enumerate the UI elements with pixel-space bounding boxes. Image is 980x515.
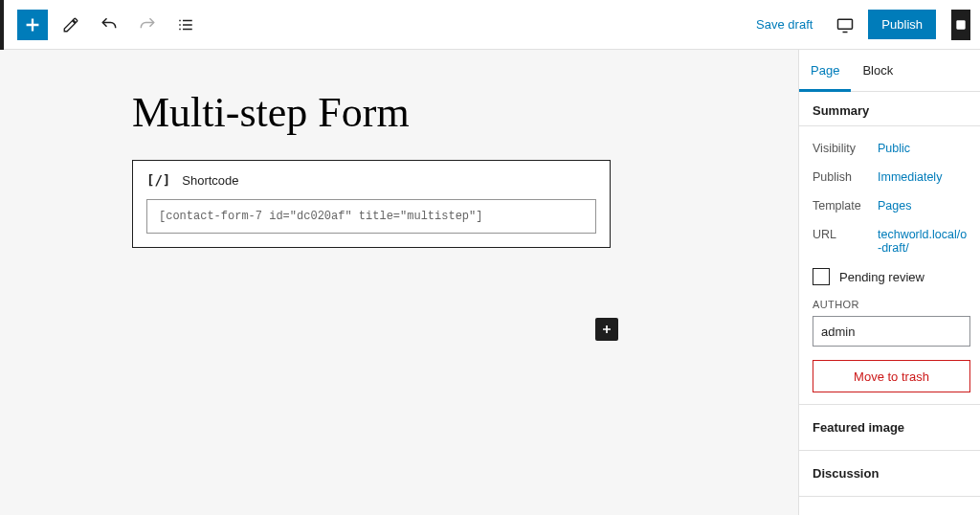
move-to-trash-button[interactable]: Move to trash [813, 360, 970, 392]
template-label: Template [813, 199, 870, 213]
pending-review-label: Pending review [839, 270, 924, 284]
url-row: URL techworld.local/o-draft/ [813, 228, 970, 255]
author-label: AUTHOR [813, 299, 970, 310]
visibility-label: Visibility [813, 142, 870, 155]
discussion-panel[interactable]: Discussion [799, 451, 980, 497]
add-block-button[interactable] [595, 318, 618, 341]
shortcode-block[interactable]: [/] Shortcode [132, 160, 611, 248]
save-draft-button[interactable]: Save draft [746, 11, 822, 37]
visibility-value[interactable]: Public [878, 142, 970, 155]
summary-heading: Summary [813, 103, 970, 118]
editor-topbar: Save draft Publish [0, 0, 980, 50]
svg-rect-1 [956, 20, 965, 29]
block-inserter-button[interactable] [17, 10, 48, 40]
shortcode-input[interactable] [146, 199, 596, 234]
document-outline-button[interactable] [170, 10, 201, 40]
tab-block[interactable]: Block [851, 50, 904, 91]
publish-date-label: Publish [813, 170, 870, 184]
featured-image-panel[interactable]: Featured image [799, 405, 980, 451]
publish-button[interactable]: Publish [868, 10, 936, 39]
preview-button[interactable] [830, 10, 860, 40]
visibility-row: Visibility Public [813, 142, 970, 155]
settings-sidebar: Page Block Summary Visibility Public Pub… [798, 50, 980, 515]
edit-mode-button[interactable] [56, 10, 86, 40]
undo-button[interactable] [94, 10, 124, 40]
tab-page[interactable]: Page [799, 50, 851, 92]
publish-row: Publish Immediately [813, 170, 970, 184]
svg-rect-0 [838, 19, 853, 29]
template-row: Template Pages [813, 199, 970, 213]
redo-button[interactable] [132, 10, 163, 40]
author-select[interactable]: admin [813, 316, 970, 347]
shortcode-block-label: Shortcode [182, 173, 238, 188]
pending-review-checkbox[interactable] [813, 268, 830, 285]
template-value[interactable]: Pages [878, 199, 970, 213]
shortcode-icon: [/] [146, 172, 170, 188]
settings-toggle-button[interactable] [951, 10, 970, 40]
admin-bar-strip [0, 0, 4, 50]
url-value[interactable]: techworld.local/o-draft/ [878, 228, 970, 255]
editor-canvas[interactable]: Multi-step Form [/] Shortcode [0, 50, 798, 515]
url-label: URL [813, 228, 870, 241]
publish-date-value[interactable]: Immediately [878, 170, 970, 184]
sidebar-tabs: Page Block [799, 50, 980, 92]
page-title[interactable]: Multi-step Form [132, 88, 798, 137]
